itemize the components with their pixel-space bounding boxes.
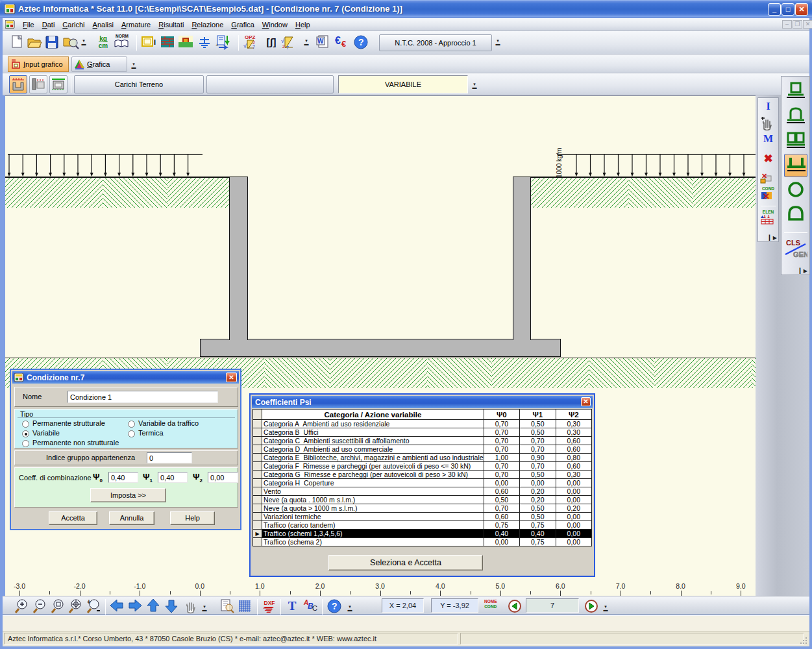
zoom-in-button[interactable] bbox=[14, 598, 31, 614]
help-button[interactable]: ? bbox=[326, 598, 343, 614]
type-double-box-button[interactable] bbox=[784, 129, 807, 153]
geometry-button[interactable]: I bbox=[140, 34, 158, 52]
mdi-minimize-button[interactable]: – bbox=[782, 20, 792, 29]
condizione-dialog-titlebar[interactable]: Condizione nr.7 bbox=[12, 371, 239, 384]
inertia-button[interactable]: I bbox=[759, 101, 777, 116]
carichi-fondazione-button[interactable] bbox=[49, 75, 68, 93]
indice-input[interactable] bbox=[147, 452, 192, 463]
pan-right-button[interactable] bbox=[127, 598, 143, 614]
normative-selector[interactable]: N.T.C. 2008 - Approccio 1 bbox=[379, 34, 492, 51]
psi2-input[interactable] bbox=[208, 472, 238, 483]
zoom-previous-button[interactable]: + bbox=[86, 598, 103, 614]
delete-small-button[interactable]: ✕ bbox=[759, 171, 777, 186]
condizione-close-button[interactable]: ✕ bbox=[226, 373, 237, 382]
section-forces-button[interactable]: [ʃ] bbox=[262, 34, 280, 52]
psi-dialog-titlebar[interactable]: Coefficienti Psi bbox=[252, 396, 593, 408]
psi-table-row[interactable]: Categoria F Rimesse e parcheggi (per aut… bbox=[253, 462, 592, 471]
cond-delete-button[interactable]: COND✕ bbox=[759, 186, 777, 202]
menu-item-grafica[interactable]: Grafica bbox=[227, 19, 258, 31]
psi-table-row[interactable]: Categoria B Uffici0,700,500,30 bbox=[253, 428, 592, 437]
type-circle-button[interactable] bbox=[784, 179, 807, 202]
minimize-button[interactable]: _ bbox=[768, 3, 781, 16]
dxf-export-button[interactable]: DXF bbox=[261, 598, 278, 614]
analysis-options-button[interactable]: OPZ√27 bbox=[242, 34, 260, 52]
menu-item-help[interactable]: Help bbox=[291, 19, 314, 31]
combo-dropdown-chevron[interactable]: ▾▬ bbox=[471, 82, 478, 89]
delete-button[interactable]: ✖ bbox=[759, 151, 777, 167]
save-button[interactable] bbox=[43, 34, 62, 52]
menu-item-file[interactable]: File bbox=[19, 19, 38, 31]
zoom-extents-button[interactable] bbox=[68, 598, 85, 614]
empty-button[interactable] bbox=[206, 75, 334, 93]
psi1-input[interactable] bbox=[158, 472, 188, 483]
accetta-button[interactable]: Accetta bbox=[49, 511, 97, 525]
next-condition-button[interactable] bbox=[583, 598, 600, 614]
mdi-close-button[interactable]: ✕ bbox=[803, 20, 812, 29]
menu-item-relazione[interactable]: Relazione bbox=[188, 19, 227, 31]
maximize-button[interactable]: □ bbox=[781, 3, 794, 16]
nome-cond-icon[interactable]: NOMECOND bbox=[484, 599, 497, 609]
menu-item-risultati[interactable]: Risultati bbox=[154, 19, 188, 31]
radio-variabile[interactable] bbox=[22, 430, 29, 437]
toolbar-overflow-chevron[interactable]: ▾▬ bbox=[602, 605, 609, 611]
psi0-input[interactable] bbox=[108, 472, 138, 483]
browse-button[interactable] bbox=[62, 34, 80, 52]
materials-m-button[interactable]: M bbox=[759, 133, 777, 149]
psi-close-button[interactable]: ✕ bbox=[581, 397, 591, 406]
toolbar-overflow-chevron[interactable]: ▾▬ bbox=[201, 605, 208, 611]
pan-hand-button[interactable] bbox=[759, 116, 777, 132]
word-export-button[interactable]: W bbox=[315, 34, 333, 52]
type-u-section-button[interactable] bbox=[784, 154, 807, 177]
prev-condition-button[interactable] bbox=[506, 598, 523, 614]
psi-table-row[interactable]: Neve (a quota > 1000 m s.l.m.)0,700,500,… bbox=[253, 504, 592, 513]
psi-table-row[interactable]: Categoria A Ambienti ad uso residenziale… bbox=[253, 420, 592, 428]
psi-table-row[interactable]: Categoria D Ambienti ad uso commerciale0… bbox=[253, 445, 592, 454]
text-tool-button[interactable]: T bbox=[284, 598, 301, 614]
mdi-restore-button[interactable]: ❐ bbox=[793, 20, 802, 29]
type-horseshoe-button[interactable] bbox=[784, 204, 807, 227]
carichi-muro-button[interactable] bbox=[29, 75, 47, 93]
currency-euro-button[interactable]: €€ bbox=[334, 34, 352, 52]
resize-grip[interactable] bbox=[800, 637, 808, 645]
menu-item-dati[interactable]: Dati bbox=[38, 19, 59, 31]
pan-up-button[interactable] bbox=[145, 598, 162, 614]
open-file-button[interactable] bbox=[26, 34, 44, 52]
new-file-button[interactable] bbox=[9, 34, 27, 52]
pan-hand-button[interactable] bbox=[182, 598, 199, 614]
soil-profile-button[interactable] bbox=[177, 34, 195, 52]
toolbar-handle[interactable]: ▎▶ bbox=[759, 235, 777, 241]
zoom-window-button[interactable] bbox=[51, 598, 68, 614]
pan-left-button[interactable] bbox=[108, 598, 125, 614]
grid-button[interactable] bbox=[236, 598, 253, 614]
condition-type-combo[interactable]: VARIABILE bbox=[338, 75, 468, 93]
input-grafico-button[interactable]: Input grafico bbox=[8, 56, 69, 72]
close-button[interactable]: ✕ bbox=[795, 3, 808, 16]
psi-table-row[interactable]: ▶Traffico (schemi 1,3,4,5,6)0,400,400,00 bbox=[253, 530, 592, 538]
psi-table-row[interactable]: Vento0,600,200,00 bbox=[253, 487, 592, 496]
menu-item-analisi[interactable]: Analisi bbox=[89, 19, 117, 31]
units-kg-cm-button[interactable]: kgcm bbox=[94, 34, 112, 52]
psi-table-row[interactable]: Categoria H Coperture0,000,000,00 bbox=[253, 479, 592, 487]
grafica-button[interactable]: Grafica bbox=[71, 56, 127, 72]
radio-permanente-non-strutturale[interactable] bbox=[22, 440, 29, 447]
psi-table-row[interactable]: Variazioni termiche0,600,500,00 bbox=[253, 513, 592, 521]
carichi-terreno-button[interactable]: Carichi Terreno bbox=[74, 75, 204, 93]
toolbar-overflow-chevron[interactable]: ▾▬ bbox=[303, 39, 310, 45]
toolbar-overflow-chevron[interactable]: ▾▬ bbox=[80, 39, 87, 45]
menu-item-carichi[interactable]: Carichi bbox=[58, 19, 88, 31]
pan-down-button[interactable] bbox=[163, 598, 180, 614]
annulla-button[interactable]: Annulla bbox=[109, 511, 154, 525]
elen-list-button[interactable]: ELEN bbox=[759, 210, 777, 225]
help-dialog-button[interactable]: Help bbox=[170, 511, 215, 525]
cls-gen-button[interactable]: CLSGEN bbox=[784, 238, 807, 261]
psi-table-row[interactable]: Neve (a quota . 1000 m s.l.m.)0,500,200,… bbox=[253, 496, 592, 504]
menu-item-window[interactable]: Window bbox=[258, 19, 291, 31]
materials-button[interactable] bbox=[159, 34, 177, 52]
carichi-terreno-mode-button[interactable] bbox=[9, 75, 27, 93]
psi-table-row[interactable]: Categoria E Biblioteche, archivi, magazz… bbox=[253, 454, 592, 462]
toolbar-overflow-chevron[interactable]: ▾▬ bbox=[347, 605, 353, 611]
psi-table-row[interactable]: Traffico (schema 2)0,000,750,00 bbox=[253, 538, 592, 546]
radio-variabile-da-traffico[interactable] bbox=[128, 421, 135, 428]
psi-table-row[interactable]: Categoria C Ambienti suscettibili di aff… bbox=[253, 437, 592, 445]
water-table-button[interactable] bbox=[196, 34, 214, 52]
